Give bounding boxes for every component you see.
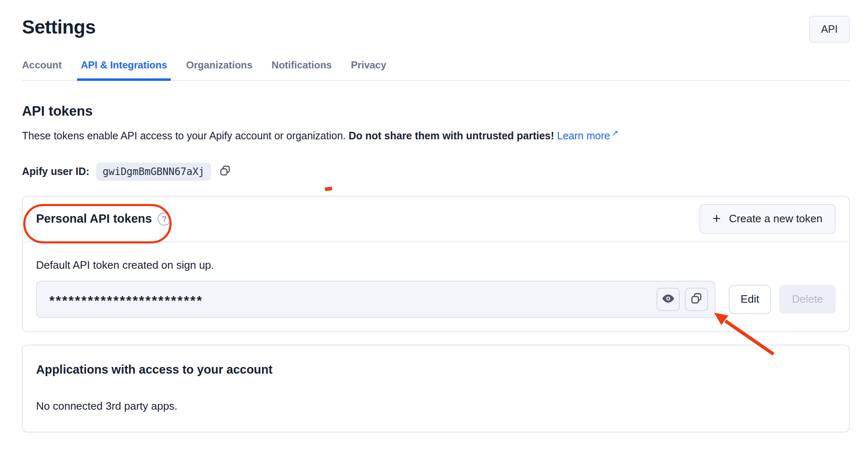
copy-user-id-button[interactable] bbox=[218, 163, 233, 180]
description-text: These tokens enable API access to your A… bbox=[22, 130, 349, 141]
settings-tabs: Account API & Integrations Organizations… bbox=[22, 53, 850, 81]
page-title: Settings bbox=[22, 16, 95, 38]
tab-notifications[interactable]: Notifications bbox=[268, 53, 335, 80]
page-header: Settings API bbox=[22, 16, 850, 43]
show-token-button[interactable] bbox=[657, 288, 680, 311]
tab-privacy[interactable]: Privacy bbox=[347, 53, 390, 80]
user-id-value: gwiDgmBmGBNN67aXj bbox=[96, 163, 211, 181]
applications-card: Applications with access to your account… bbox=[22, 345, 850, 433]
eye-icon bbox=[661, 292, 675, 307]
personal-tokens-header: Personal API tokens ? + Create a new tok… bbox=[23, 197, 849, 241]
token-row: ************************ bbox=[36, 281, 836, 318]
default-token-description: Default API token created on sign up. bbox=[36, 259, 836, 272]
applications-title: Applications with access to your account bbox=[36, 363, 836, 377]
api-button[interactable]: API bbox=[809, 16, 850, 43]
tab-account[interactable]: Account bbox=[18, 53, 65, 80]
token-masked-value: ************************ bbox=[49, 293, 652, 309]
edit-token-button[interactable]: Edit bbox=[729, 285, 771, 314]
copy-icon bbox=[689, 292, 703, 307]
external-link-icon: ↗ bbox=[612, 129, 618, 137]
create-token-label: Create a new token bbox=[729, 212, 822, 225]
api-tokens-description: These tokens enable API access to your A… bbox=[22, 128, 850, 143]
plus-icon: + bbox=[713, 211, 721, 225]
user-id-label: Apify user ID: bbox=[22, 165, 90, 177]
token-value-field[interactable]: ************************ bbox=[36, 281, 715, 318]
tab-api-integrations[interactable]: API & Integrations bbox=[77, 53, 171, 81]
personal-tokens-card: Personal API tokens ? + Create a new tok… bbox=[22, 196, 850, 332]
personal-tokens-title: Personal API tokens bbox=[36, 212, 152, 226]
api-tokens-heading: API tokens bbox=[22, 103, 850, 119]
help-icon[interactable]: ? bbox=[158, 212, 171, 226]
tab-organizations[interactable]: Organizations bbox=[182, 53, 256, 80]
create-token-button[interactable]: + Create a new token bbox=[699, 204, 836, 234]
settings-page: Settings API Account API & Integrations … bbox=[0, 0, 868, 452]
copy-icon bbox=[218, 164, 232, 179]
personal-tokens-title-wrap: Personal API tokens ? bbox=[36, 212, 171, 226]
personal-tokens-body: Default API token created on sign up. **… bbox=[23, 242, 849, 331]
copy-token-button[interactable] bbox=[685, 288, 708, 311]
description-warning: Do not share them with untrusted parties… bbox=[349, 130, 554, 141]
learn-more-link[interactable]: Learn more↗ bbox=[557, 130, 618, 141]
user-id-row: Apify user ID: gwiDgmBmGBNN67aXj bbox=[22, 163, 850, 181]
delete-token-button: Delete bbox=[779, 285, 836, 314]
applications-empty-text: No connected 3rd party apps. bbox=[36, 400, 836, 413]
